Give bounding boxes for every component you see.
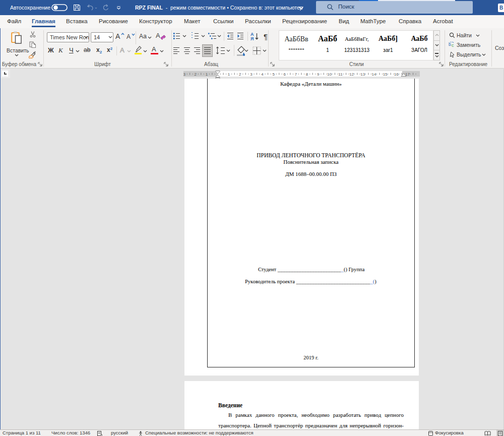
svg-text:4: 4 bbox=[261, 72, 264, 77]
svg-text:6: 6 bbox=[284, 72, 286, 77]
svg-text:15: 15 bbox=[383, 72, 388, 77]
svg-text:9: 9 bbox=[317, 72, 320, 77]
svg-text:3: 3 bbox=[250, 72, 253, 77]
svg-text:5: 5 bbox=[272, 72, 275, 77]
svg-text:2: 2 bbox=[239, 72, 241, 77]
svg-text:3: 3 bbox=[183, 72, 185, 77]
svg-text:b: b bbox=[449, 42, 451, 47]
svg-text:Я: Я bbox=[250, 36, 254, 41]
svg-text:2: 2 bbox=[194, 72, 197, 77]
svg-text:¶: ¶ bbox=[264, 32, 268, 41]
svg-text:c: c bbox=[452, 43, 454, 47]
svg-text:13: 13 bbox=[360, 72, 365, 77]
svg-text:16: 16 bbox=[394, 72, 399, 77]
svg-text:1: 1 bbox=[206, 72, 208, 77]
svg-text:1: 1 bbox=[228, 72, 230, 77]
svg-text:8: 8 bbox=[306, 72, 308, 77]
svg-text:11: 11 bbox=[338, 72, 343, 77]
svg-text:7: 7 bbox=[295, 72, 297, 77]
svg-text:14: 14 bbox=[372, 72, 376, 77]
svg-text:10: 10 bbox=[327, 72, 332, 77]
svg-text:12: 12 bbox=[349, 72, 354, 77]
